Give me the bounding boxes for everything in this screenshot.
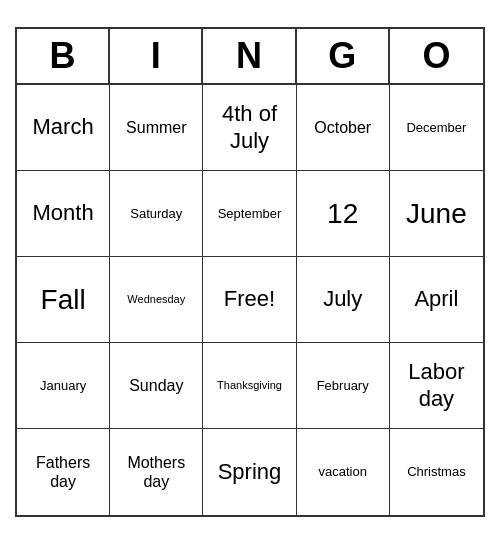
bingo-cell-text-16: Sunday <box>129 376 183 395</box>
bingo-cell-text-17: Thanksgiving <box>217 379 282 392</box>
bingo-cell-text-7: September <box>218 206 282 222</box>
bingo-cell-text-18: February <box>317 378 369 394</box>
bingo-cell-0: March <box>17 85 110 171</box>
header-letter-g: G <box>297 29 390 83</box>
bingo-cell-4: December <box>390 85 483 171</box>
bingo-header: BINGO <box>17 29 483 85</box>
bingo-cell-3: October <box>297 85 390 171</box>
bingo-cell-text-1: Summer <box>126 118 186 137</box>
bingo-cell-9: June <box>390 171 483 257</box>
bingo-cell-text-0: March <box>33 114 94 140</box>
bingo-cell-17: Thanksgiving <box>203 343 296 429</box>
bingo-grid: MarchSummer4th of JulyOctoberDecemberMon… <box>17 85 483 515</box>
bingo-cell-1: Summer <box>110 85 203 171</box>
bingo-cell-2: 4th of July <box>203 85 296 171</box>
bingo-cell-text-23: vacation <box>318 464 366 480</box>
bingo-cell-6: Saturday <box>110 171 203 257</box>
bingo-cell-23: vacation <box>297 429 390 515</box>
bingo-cell-16: Sunday <box>110 343 203 429</box>
bingo-cell-text-3: October <box>314 118 371 137</box>
bingo-cell-text-4: December <box>406 120 466 136</box>
header-letter-o: O <box>390 29 483 83</box>
bingo-cell-8: 12 <box>297 171 390 257</box>
bingo-cell-text-5: Month <box>33 200 94 226</box>
bingo-cell-19: Labor day <box>390 343 483 429</box>
bingo-cell-text-24: Christmas <box>407 464 466 480</box>
bingo-cell-text-20: Fathers day <box>21 453 105 491</box>
bingo-cell-24: Christmas <box>390 429 483 515</box>
bingo-cell-21: Mothers day <box>110 429 203 515</box>
bingo-cell-5: Month <box>17 171 110 257</box>
bingo-cell-14: April <box>390 257 483 343</box>
bingo-cell-text-14: April <box>414 286 458 312</box>
bingo-cell-text-21: Mothers day <box>114 453 198 491</box>
bingo-cell-text-8: 12 <box>327 197 358 231</box>
bingo-cell-text-10: Fall <box>41 283 86 317</box>
bingo-cell-text-6: Saturday <box>130 206 182 222</box>
bingo-cell-22: Spring <box>203 429 296 515</box>
bingo-cell-text-19: Labor day <box>394 359 479 412</box>
bingo-cell-15: January <box>17 343 110 429</box>
bingo-cell-text-9: June <box>406 197 467 231</box>
bingo-cell-text-13: July <box>323 286 362 312</box>
bingo-cell-text-2: 4th of July <box>207 101 291 154</box>
bingo-cell-18: February <box>297 343 390 429</box>
bingo-cell-10: Fall <box>17 257 110 343</box>
bingo-cell-20: Fathers day <box>17 429 110 515</box>
bingo-cell-text-15: January <box>40 378 86 394</box>
bingo-cell-11: Wednesday <box>110 257 203 343</box>
bingo-cell-7: September <box>203 171 296 257</box>
header-letter-i: I <box>110 29 203 83</box>
bingo-cell-text-22: Spring <box>218 459 282 485</box>
header-letter-n: N <box>203 29 296 83</box>
bingo-card: BINGO MarchSummer4th of JulyOctoberDecem… <box>15 27 485 517</box>
bingo-cell-text-11: Wednesday <box>127 293 185 306</box>
bingo-cell-12: Free! <box>203 257 296 343</box>
bingo-cell-text-12: Free! <box>224 286 275 312</box>
header-letter-b: B <box>17 29 110 83</box>
bingo-cell-13: July <box>297 257 390 343</box>
